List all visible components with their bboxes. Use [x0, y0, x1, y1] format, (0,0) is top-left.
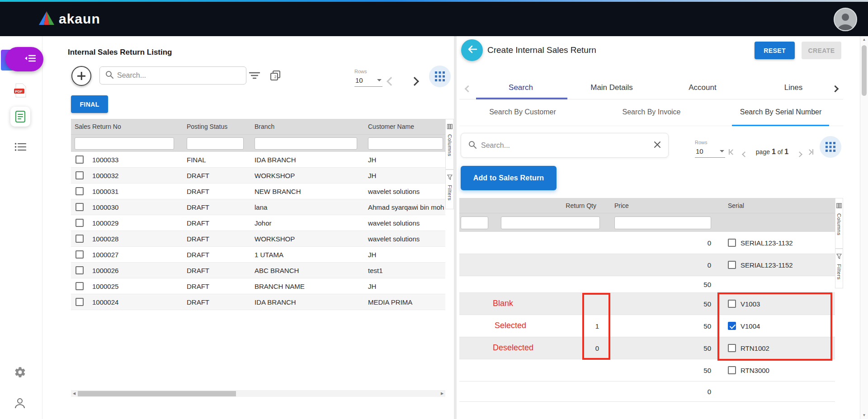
reset-button[interactable]: RESET — [755, 42, 795, 59]
ledger-icon[interactable] — [10, 107, 30, 127]
sidebar-toggle-pill[interactable] — [5, 47, 43, 71]
column-header-customer-name[interactable]: Customer Name — [365, 123, 445, 130]
next-page-button[interactable] — [797, 150, 802, 158]
column-header-posting-status[interactable]: Posting Status — [183, 123, 252, 130]
pdf-icon[interactable]: PDF — [14, 83, 27, 99]
column-header-price[interactable]: Price — [601, 202, 712, 209]
list-icon[interactable] — [14, 142, 26, 153]
serial-checkbox[interactable] — [728, 261, 736, 269]
search-input[interactable] — [117, 71, 241, 80]
serial-label: RTN3000 — [741, 367, 769, 374]
row-checkbox[interactable] — [75, 235, 84, 243]
tab-account[interactable]: Account — [689, 83, 716, 92]
final-filter-chip[interactable]: FINAL — [71, 95, 108, 113]
filters-side-tab[interactable]: Filters — [445, 169, 454, 209]
prev-page-button[interactable] — [388, 78, 394, 86]
cell-sales-return-no: 1000031 — [92, 188, 183, 195]
rows-select[interactable]: 10 — [354, 75, 382, 87]
filter-input-customer-name[interactable] — [368, 137, 443, 150]
tab-search[interactable]: Search — [509, 83, 533, 92]
table-row[interactable]: 50 V1003 — [459, 293, 835, 315]
table-row[interactable]: 1000028 DRAFT WORKSHOP wavelet solutions — [71, 231, 445, 247]
horizontal-scroll-thumb[interactable] — [78, 391, 236, 396]
table-row[interactable]: 1000031 DRAFT NEW BRANCH wavelet solutio… — [71, 184, 445, 199]
scroll-up-arrow[interactable]: ▲ — [860, 36, 868, 43]
subtab-search-by-invoice[interactable]: Search By Invoice — [623, 108, 681, 116]
column-header-serial[interactable]: Serial — [712, 202, 835, 209]
filter-input-posting-status[interactable] — [187, 137, 244, 150]
tab-main-details[interactable]: Main Details — [590, 83, 633, 92]
filters-side-tab[interactable]: Filters — [835, 249, 843, 288]
row-checkbox[interactable] — [75, 298, 84, 306]
tabs-scroll-left[interactable] — [466, 85, 471, 93]
scroll-right-arrow[interactable]: ▶ — [439, 390, 445, 397]
row-checkbox[interactable] — [75, 203, 84, 211]
cell-posting-status: DRAFT — [183, 188, 252, 195]
filter-input-branch[interactable] — [255, 137, 357, 150]
table-row[interactable]: 1000025 DRAFT BRANCH NAME JH — [71, 278, 445, 294]
row-checkbox[interactable] — [75, 219, 84, 227]
row-checkbox[interactable] — [75, 282, 84, 290]
last-page-button[interactable] — [807, 149, 813, 155]
table-row[interactable]: 1000029 DRAFT Johor wavelet solutions — [71, 215, 445, 231]
row-checkbox[interactable] — [75, 171, 84, 179]
create-button[interactable]: CREATE — [802, 42, 841, 59]
serial-checkbox[interactable] — [728, 344, 736, 352]
columns-side-tab[interactable]: Columns — [835, 198, 843, 249]
row-checkbox[interactable] — [75, 187, 84, 195]
table-row[interactable]: 1000026 DRAFT ABC BRANCH test1 — [71, 263, 445, 278]
settings-gear-icon[interactable] — [14, 366, 26, 380]
table-row[interactable]: 1000032 DRAFT WORKSHOP JH — [71, 168, 445, 184]
serial-checkbox[interactable] — [728, 366, 736, 374]
table-row[interactable]: 0 — [459, 381, 835, 402]
profile-icon[interactable] — [14, 397, 26, 411]
column-header-return-qty[interactable]: Return Qty — [500, 202, 601, 209]
subtab-search-by-customer[interactable]: Search By Customer — [489, 108, 556, 116]
apps-grid-icon[interactable] — [820, 136, 841, 158]
filter-list-icon[interactable] — [249, 71, 260, 82]
apps-grid-icon[interactable] — [429, 66, 451, 87]
columns-side-tab[interactable]: Columns — [445, 119, 454, 169]
add-new-button[interactable] — [71, 66, 91, 86]
add-to-sales-return-button[interactable]: Add to Sales Return — [461, 166, 557, 190]
tabs-scroll-right[interactable] — [833, 85, 838, 93]
rows-select[interactable]: 10 — [695, 146, 725, 158]
scroll-left-arrow[interactable]: ◀ — [71, 390, 77, 397]
serial-checkbox[interactable] — [728, 300, 736, 308]
next-page-button[interactable] — [411, 78, 418, 86]
row-checkbox[interactable] — [75, 250, 84, 259]
duplicate-pages-icon[interactable]: 2 — [270, 70, 281, 83]
table-row[interactable]: 1000027 DRAFT 1 UTAMA JH — [71, 247, 445, 263]
filter-input-return-qty[interactable] — [501, 217, 600, 229]
clear-search-icon[interactable] — [654, 141, 661, 150]
scroll-down-arrow[interactable]: ▼ — [860, 412, 868, 419]
filter-input-price[interactable] — [614, 217, 711, 229]
table-row[interactable]: 1000030 DRAFT lana Ahmad syarqawi bin mo… — [71, 199, 445, 215]
table-row[interactable]: 0 SERIAL123-1132 — [459, 232, 835, 254]
table-row[interactable]: 50 — [459, 276, 835, 293]
tab-lines[interactable]: Lines — [784, 83, 803, 92]
column-header-sales-return-no[interactable]: Sales Return No — [71, 123, 183, 130]
first-page-button[interactable] — [729, 149, 735, 155]
row-checkbox[interactable] — [75, 266, 84, 274]
serial-checkbox[interactable] — [728, 322, 736, 330]
filter-input-first[interactable] — [461, 217, 488, 229]
row-checkbox[interactable] — [75, 155, 84, 164]
prev-page-button[interactable] — [743, 150, 747, 158]
back-button[interactable] — [461, 39, 483, 61]
side-tab-strip: Columns Filters — [835, 198, 843, 288]
filter-input-sales-return-no[interactable] — [75, 137, 174, 150]
serial-search-input[interactable] — [481, 141, 649, 150]
active-subtab-underline — [732, 125, 829, 126]
table-row[interactable]: 1000024 DRAFT IDA BRANCH MEDIA PRIMA — [71, 294, 445, 310]
subtab-search-by-serial-number[interactable]: Search By Serial Number — [740, 108, 822, 116]
serial-checkbox[interactable] — [728, 239, 736, 247]
horizontal-scrollbar[interactable]: ◀ ▶ — [71, 390, 445, 397]
table-row[interactable]: 0 SERIAL123-1152 — [459, 254, 835, 276]
user-avatar[interactable] — [834, 8, 857, 31]
vertical-scroll-thumb[interactable] — [862, 45, 867, 96]
table-row[interactable]: 1000033 FINAL IDA BRANCH JH — [71, 152, 445, 168]
column-header-branch[interactable]: Branch — [252, 123, 365, 130]
table-row[interactable]: 50 RTN3000 — [459, 359, 835, 381]
vertical-scrollbar[interactable]: ▲ ▼ — [860, 36, 868, 419]
